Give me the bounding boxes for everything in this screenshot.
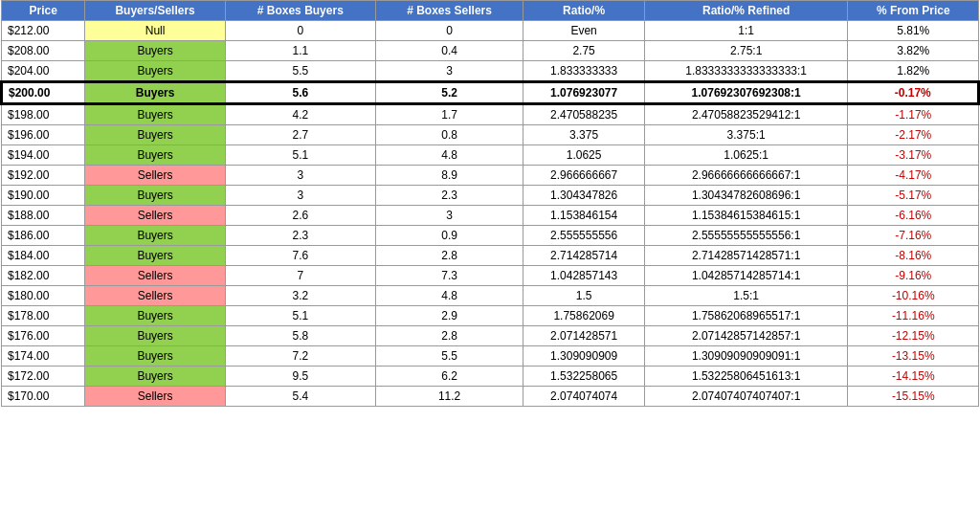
cell-price: $178.00	[2, 306, 85, 326]
cell-box-buyers: 7.6	[225, 246, 375, 266]
cell-box-buyers: 2.7	[225, 125, 375, 145]
cell-box-sellers: 1.7	[375, 104, 523, 125]
cell-box-sellers: 0.8	[375, 125, 523, 145]
cell-box-buyers: 2.6	[225, 206, 375, 226]
cell-price: $174.00	[2, 346, 85, 367]
cell-box-buyers: 5.6	[225, 82, 375, 104]
cell-box-sellers: 6.2	[375, 367, 523, 387]
cell-price: $186.00	[2, 226, 85, 246]
cell-box-buyers: 2.3	[225, 226, 375, 246]
cell-from-price: -11.16%	[848, 306, 979, 326]
table-row: $182.00Sellers77.31.0428571431.042857142…	[2, 266, 979, 286]
table-row: $186.00Buyers2.30.92.5555555562.55555555…	[2, 226, 979, 246]
cell-box-sellers: 2.9	[375, 306, 523, 326]
cell-box-buyers: 3	[225, 166, 375, 186]
cell-price: $184.00	[2, 246, 85, 266]
cell-box-buyers: 0	[225, 21, 375, 41]
cell-side: Sellers	[85, 286, 226, 306]
cell-from-price: -15.15%	[848, 387, 979, 407]
cell-side: Buyers	[85, 104, 226, 125]
cell-from-price: -14.15%	[848, 367, 979, 387]
cell-from-price: 3.82%	[848, 41, 979, 61]
cell-ratio: 2.966666667	[523, 166, 644, 186]
cell-ratio: 1.304347826	[523, 186, 644, 206]
cell-ratio-refined: 2.55555555555556:1	[644, 226, 848, 246]
col-ratio-refined: Ratio/% Refined	[644, 1, 848, 21]
cell-ratio-refined: 3.375:1	[644, 125, 848, 145]
cell-box-sellers: 3	[375, 206, 523, 226]
cell-box-buyers: 3	[225, 186, 375, 206]
cell-ratio-refined: 1.07692307692308:1	[644, 82, 848, 104]
cell-price: $212.00	[2, 21, 85, 41]
cell-price: $208.00	[2, 41, 85, 61]
cell-price: $200.00	[2, 82, 85, 104]
col-buyers-sellers: Buyers/Sellers	[85, 1, 226, 21]
cell-from-price: -1.17%	[848, 104, 979, 125]
cell-ratio: 2.470588235	[523, 104, 644, 125]
cell-price: $172.00	[2, 367, 85, 387]
cell-price: $170.00	[2, 387, 85, 407]
cell-ratio: 2.071428571	[523, 326, 644, 346]
col-boxes-sellers: # Boxes Sellers	[375, 1, 523, 21]
cell-box-sellers: 4.8	[375, 286, 523, 306]
cell-box-sellers: 2.8	[375, 246, 523, 266]
cell-side: Buyers	[85, 326, 226, 346]
cell-side: Sellers	[85, 206, 226, 226]
cell-side: Buyers	[85, 145, 226, 166]
cell-from-price: -9.16%	[848, 266, 979, 286]
cell-from-price: -2.17%	[848, 125, 979, 145]
cell-box-sellers: 8.9	[375, 166, 523, 186]
cell-from-price: -5.17%	[848, 186, 979, 206]
cell-ratio-refined: 1.04285714285714:1	[644, 266, 848, 286]
col-from-price: % From Price	[848, 1, 979, 21]
cell-side: Buyers	[85, 125, 226, 145]
cell-ratio: 1.5	[523, 286, 644, 306]
header-row: Price Buyers/Sellers # Boxes Buyers # Bo…	[2, 1, 979, 21]
cell-side: Buyers	[85, 41, 226, 61]
cell-price: $204.00	[2, 61, 85, 82]
cell-box-sellers: 3	[375, 61, 523, 82]
cell-ratio: Even	[523, 21, 644, 41]
cell-box-buyers: 5.4	[225, 387, 375, 407]
cell-side: Buyers	[85, 346, 226, 367]
cell-from-price: -0.17%	[848, 82, 979, 104]
cell-ratio-refined: 1.0625:1	[644, 145, 848, 166]
cell-side: Sellers	[85, 266, 226, 286]
cell-box-buyers: 3.2	[225, 286, 375, 306]
cell-from-price: -12.15%	[848, 326, 979, 346]
cell-box-buyers: 4.2	[225, 104, 375, 125]
cell-box-sellers: 5.2	[375, 82, 523, 104]
col-price: Price	[2, 1, 85, 21]
cell-from-price: -6.16%	[848, 206, 979, 226]
cell-ratio-refined: 1.30909090909091:1	[644, 346, 848, 367]
cell-side: Null	[85, 21, 226, 41]
cell-from-price: 1.82%	[848, 61, 979, 82]
table-row: $188.00Sellers2.631.1538461541.153846153…	[2, 206, 979, 226]
cell-from-price: -8.16%	[848, 246, 979, 266]
cell-side: Buyers	[85, 82, 226, 104]
cell-box-sellers: 0.9	[375, 226, 523, 246]
cell-side: Buyers	[85, 186, 226, 206]
col-ratio: Ratio/%	[523, 1, 644, 21]
cell-ratio: 2.555555556	[523, 226, 644, 246]
cell-ratio-refined: 1.75862068965517:1	[644, 306, 848, 326]
table-row: $184.00Buyers7.62.82.7142857142.71428571…	[2, 246, 979, 266]
cell-ratio: 1.153846154	[523, 206, 644, 226]
cell-side: Buyers	[85, 367, 226, 387]
cell-ratio: 2.074074074	[523, 387, 644, 407]
cell-box-sellers: 5.5	[375, 346, 523, 367]
cell-from-price: -10.16%	[848, 286, 979, 306]
cell-ratio-refined: 2.96666666666667:1	[644, 166, 848, 186]
cell-box-buyers: 5.5	[225, 61, 375, 82]
cell-ratio: 3.375	[523, 125, 644, 145]
cell-box-buyers: 5.8	[225, 326, 375, 346]
cell-ratio: 2.714285714	[523, 246, 644, 266]
cell-side: Buyers	[85, 246, 226, 266]
cell-ratio: 1.75862069	[523, 306, 644, 326]
cell-side: Buyers	[85, 306, 226, 326]
table-row: $172.00Buyers9.56.21.5322580651.53225806…	[2, 367, 979, 387]
cell-side: Sellers	[85, 166, 226, 186]
cell-box-sellers: 4.8	[375, 145, 523, 166]
cell-ratio: 1.0625	[523, 145, 644, 166]
cell-ratio-refined: 2.07142857142857:1	[644, 326, 848, 346]
